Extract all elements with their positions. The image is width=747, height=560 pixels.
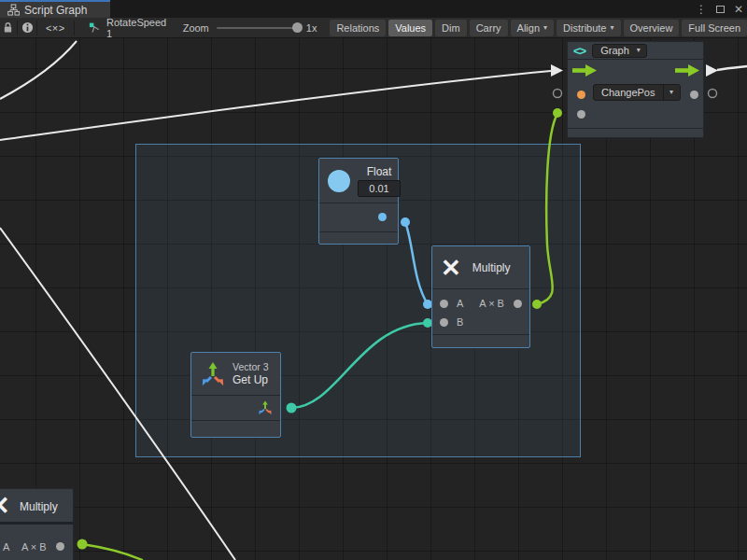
graph-dropdown[interactable]: Graph ▾ (592, 44, 647, 58)
port-output[interactable] (690, 91, 698, 99)
info-icon (21, 21, 34, 34)
zoom-control: Zoom 1x (183, 22, 317, 34)
distribute-button[interactable]: Distribute▾ (557, 20, 620, 36)
node-vector3-get-up[interactable]: Vector 3 Get Up (190, 352, 281, 438)
carry-button[interactable]: Carry (470, 20, 508, 36)
graph-dropdown-label: Graph (593, 45, 637, 56)
chevron-down-icon: ▾ (543, 24, 547, 32)
script-graph-icon (7, 4, 20, 16)
node-graph[interactable]: <> Graph ▾ ChangePos ▾ (567, 41, 704, 138)
align-button[interactable]: Align▾ (511, 20, 554, 36)
port-input-a[interactable] (440, 300, 448, 308)
values-button[interactable]: Values (388, 20, 432, 36)
node-title: Multiply (20, 500, 58, 513)
vector3-mini-icon[interactable] (258, 400, 273, 415)
chevron-down-icon: ▾ (663, 85, 680, 100)
script-graph-window: Script Graph ⋮ ✕ <×> (0, 0, 747, 560)
graph-reference[interactable]: RotateSpeed 1 (89, 17, 167, 39)
tab-bar: Script Graph ⋮ ✕ (0, 0, 747, 18)
port-input[interactable] (577, 110, 585, 119)
tab-script-graph[interactable]: Script Graph (0, 0, 110, 18)
chevron-down-icon: ▾ (611, 24, 614, 32)
node-multiply[interactable]: ✕ Multiply A A × B B (431, 245, 530, 348)
node-multiply-partial[interactable]: ✕ Multiply A A × B (0, 488, 74, 560)
port-input-b[interactable] (440, 318, 448, 327)
zoom-slider-handle[interactable] (292, 22, 303, 33)
node-title: Multiply (472, 261, 511, 274)
code-view-button[interactable]: <×> (39, 19, 72, 37)
toolbar-separator (36, 21, 37, 35)
node-port-area: A A × B B (432, 289, 529, 334)
float-icon (328, 170, 350, 192)
node-title: Get Up (233, 373, 268, 386)
vector3-icon (200, 361, 226, 387)
maximize-icon[interactable] (716, 6, 725, 13)
info-button[interactable] (20, 19, 35, 37)
code-angle-icon: <×> (46, 22, 65, 34)
event-dropdown[interactable]: ChangePos ▾ (593, 84, 681, 101)
lock-button[interactable] (0, 19, 15, 37)
flow-arrow-icon[interactable] (572, 64, 597, 77)
port-float-output[interactable] (378, 213, 387, 221)
event-dropdown-label: ChangePos (594, 87, 663, 98)
close-icon[interactable]: ✕ (734, 4, 743, 15)
zoom-value: 1x (306, 22, 317, 34)
node-float[interactable]: Float 0.01 (318, 158, 399, 245)
node-footer (191, 420, 280, 429)
node-type: Vector 3 (233, 361, 269, 372)
graph-toolbar: <×> RotateSpeed 1 Zoom 1x Relations Valu… (0, 18, 747, 38)
code-brackets-icon: <> (573, 44, 585, 58)
fullscreen-button[interactable]: Full Screen (682, 20, 747, 36)
multiply-icon: ✕ (0, 494, 10, 519)
port-event-target[interactable] (577, 91, 585, 99)
toolbar-buttons: Relations Values Dim Carry Align▾ Distri… (330, 20, 747, 36)
dim-button[interactable]: Dim (435, 20, 467, 36)
chevron-down-icon: ▾ (637, 47, 646, 54)
multiply-icon: ✕ (441, 256, 461, 280)
overview-button[interactable]: Overview (624, 20, 680, 36)
port-output-axb[interactable] (514, 300, 522, 308)
float-value-input[interactable]: 0.01 (358, 180, 401, 197)
node-port-area (319, 203, 398, 231)
graph-ref-label: RotateSpeed 1 (106, 17, 168, 39)
zoom-slider[interactable] (217, 27, 299, 29)
flow-arrow-icon[interactable] (675, 64, 699, 77)
toolbar-separator (74, 21, 75, 35)
kebab-menu-icon[interactable]: ⋮ (696, 4, 707, 15)
lock-icon (3, 21, 13, 34)
relations-button[interactable]: Relations (330, 20, 386, 36)
toolbar-separator (17, 21, 18, 35)
port-output-axb[interactable] (56, 542, 64, 551)
node-footer (568, 128, 703, 137)
node-port-area (191, 396, 280, 420)
tab-label: Script Graph (24, 4, 87, 17)
node-title: Float (367, 165, 392, 178)
graph-ref-icon (89, 21, 101, 35)
node-footer (319, 231, 398, 241)
node-footer (432, 334, 529, 343)
zoom-label: Zoom (183, 22, 209, 34)
